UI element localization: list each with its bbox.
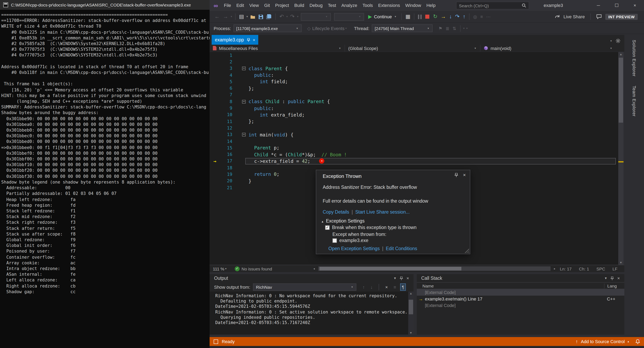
new-file-icon[interactable]: ▤	[237, 14, 246, 20]
code-text[interactable]: };	[248, 119, 618, 124]
menu-window[interactable]: Window	[402, 0, 424, 11]
code-text[interactable]: int extra_field;	[248, 112, 618, 118]
solution-platform-dropdown[interactable]: ▾	[334, 13, 364, 21]
code-line-1[interactable]: 1	[210, 52, 618, 59]
menu-file[interactable]: File	[221, 0, 234, 11]
break-when-thrown-checkbox[interactable]: ✓	[325, 225, 330, 230]
pin-icon[interactable]	[610, 276, 614, 280]
output-source-dropdown[interactable]: RichNav ▾	[253, 283, 356, 290]
callstack-row[interactable]: [External Code]	[417, 302, 624, 309]
scroll-down-icon[interactable]: ▼	[618, 261, 624, 264]
scrollbar-thumb[interactable]	[619, 58, 623, 123]
tab-example3-cpp[interactable]: example3.cpp ×	[212, 35, 258, 45]
start-live-share-link[interactable]: Start Live Share session...	[355, 210, 410, 214]
add-to-source-control-button[interactable]: Add to Source Control	[581, 339, 625, 344]
breakpoints-window-icon[interactable]: ▦	[404, 14, 412, 20]
menu-debug[interactable]: Debug	[307, 0, 325, 11]
code-line-7[interactable]: 7	[210, 92, 618, 98]
open-exception-settings-link[interactable]: Open Exception Settings	[328, 246, 380, 251]
flag-threads-icon[interactable]: ⚑	[437, 25, 444, 32]
undo-dropdown-icon[interactable]: ▾	[286, 15, 288, 18]
column-header-language[interactable]: Lang	[604, 283, 624, 288]
close-button[interactable]: ×	[626, 0, 644, 11]
new-file-dropdown-icon[interactable]: ▾	[246, 15, 249, 18]
menu-git[interactable]: Git	[262, 0, 272, 11]
code-text[interactable]: };	[248, 85, 618, 91]
tab-pin-icon[interactable]	[247, 38, 250, 42]
zoom-dropdown-icon[interactable]: ▾	[224, 267, 227, 270]
toolbar-overflow-icon[interactable]: ▾	[462, 27, 466, 30]
code-text[interactable]: c->extra_field = 42;×	[248, 158, 618, 164]
hscroll-right-icon[interactable]: ▸	[553, 267, 556, 270]
menu-build[interactable]: Build	[292, 0, 307, 11]
project-dropdown[interactable]: Miscellaneous Files ▾	[210, 45, 345, 52]
hscroll-left-icon[interactable]: ◂	[312, 267, 316, 270]
stack-frame-icon[interactable]: ⇅	[451, 25, 458, 32]
navigate-back-icon[interactable]: ←	[213, 14, 221, 20]
close-icon[interactable]: ×	[617, 276, 620, 281]
pin-icon[interactable]	[400, 276, 403, 280]
tab-close-icon[interactable]: ×	[253, 38, 255, 42]
open-folder-icon[interactable]	[249, 15, 257, 19]
edit-conditions-link[interactable]: Edit Conditions	[386, 246, 417, 251]
redo-dropdown-icon[interactable]: ▾	[296, 15, 299, 18]
feedback-icon[interactable]	[596, 14, 602, 19]
column-header-name[interactable]: Name	[417, 283, 604, 288]
fold-collapse-icon[interactable]: −	[242, 100, 246, 103]
break-all-icon[interactable]	[418, 15, 422, 19]
output-scrollbar[interactable]: ▲ ▼	[408, 292, 414, 334]
code-line-5[interactable]: 5 int field;	[210, 78, 618, 85]
live-share-label[interactable]: Live Share	[564, 14, 585, 19]
window-position-icon[interactable]: ▾	[605, 276, 607, 280]
code-line-11[interactable]: 11};	[210, 118, 618, 125]
close-icon[interactable]: ×	[406, 276, 409, 281]
code-line-2[interactable]: 2	[210, 59, 618, 65]
fold-collapse-icon[interactable]: −	[242, 67, 246, 70]
output-content[interactable]: RichNav Information: 0 : No workspace fo…	[210, 292, 408, 334]
code-text[interactable]: Child *c = (Child*)&p; // Boom !	[248, 152, 618, 157]
exception-settings-expander[interactable]: ▲Exception Settings	[321, 219, 364, 223]
save-icon[interactable]	[257, 15, 265, 19]
side-tab-solution-explorer[interactable]: Solution Explorer	[632, 40, 637, 77]
code-line-10[interactable]: 10 int extra_field;	[210, 111, 618, 118]
restart-icon[interactable]: ↻	[432, 14, 439, 20]
show-next-statement-icon[interactable]: →	[439, 14, 448, 20]
window-position-icon[interactable]: ▾	[394, 276, 396, 280]
code-text[interactable]: public:	[248, 105, 618, 111]
code-line-13[interactable]: 13−int main(void) {	[210, 131, 618, 138]
word-wrap-toggle-icon[interactable]: ¶	[400, 283, 406, 290]
code-text[interactable]: class Child : public Parent {	[248, 99, 618, 104]
options-icon[interactable]: ≡	[478, 14, 484, 20]
code-line-16[interactable]: 16 Child *c = (Child*)&p; // Boom !	[210, 151, 618, 158]
scope-dropdown[interactable]: (Global Scope) ▾	[345, 45, 480, 52]
code-line-3[interactable]: 3−class Parent {	[210, 65, 618, 72]
step-into-icon[interactable]: ↓	[448, 14, 454, 20]
menu-analyze[interactable]: Analyze	[339, 0, 360, 11]
notifications-bell-icon[interactable]	[635, 339, 640, 344]
message-list-icon[interactable]: ≡	[392, 284, 398, 290]
menu-tools[interactable]: Tools	[360, 0, 376, 11]
save-all-icon[interactable]	[265, 14, 274, 19]
output-panel-titlebar[interactable]: Output ▾ ×	[210, 274, 414, 282]
menu-project[interactable]: Project	[272, 0, 292, 11]
scrollbar-thumb[interactable]	[409, 300, 413, 314]
code-text[interactable]: int main(void) {	[248, 132, 618, 137]
vs-titlebar[interactable]: ∞ FileEditViewGitProjectBuildDebugTestAn…	[210, 0, 644, 11]
code-text[interactable]: int field;	[248, 79, 618, 85]
fold-collapse-icon[interactable]: −	[242, 133, 246, 136]
breakpoint-margin[interactable]: →	[210, 158, 220, 164]
continue-button[interactable]: ▶ Continue ▾	[366, 14, 399, 20]
lifecycle-events-label[interactable]: Lifecycle Events	[312, 26, 344, 31]
code-line-4[interactable]: 4 public:	[210, 72, 618, 79]
module-exclude-checkbox[interactable]	[332, 238, 337, 243]
diagnostics-icon[interactable]: ◎	[472, 14, 478, 20]
dialog-resize-grip[interactable]	[464, 249, 469, 253]
live-share-icon[interactable]	[554, 14, 560, 19]
code-line-17[interactable]: →17 c->extra_field = 42;×	[210, 158, 618, 165]
menu-extensions[interactable]: Extensions	[376, 0, 403, 11]
menu-help[interactable]: Help	[424, 0, 438, 11]
code-line-9[interactable]: 9 public:	[210, 105, 618, 112]
navigation-dropdown-icon[interactable]: ▾	[230, 15, 233, 18]
callstack-row[interactable]: [External Code]	[417, 289, 624, 296]
copy-details-link[interactable]: Copy Details	[323, 210, 349, 214]
